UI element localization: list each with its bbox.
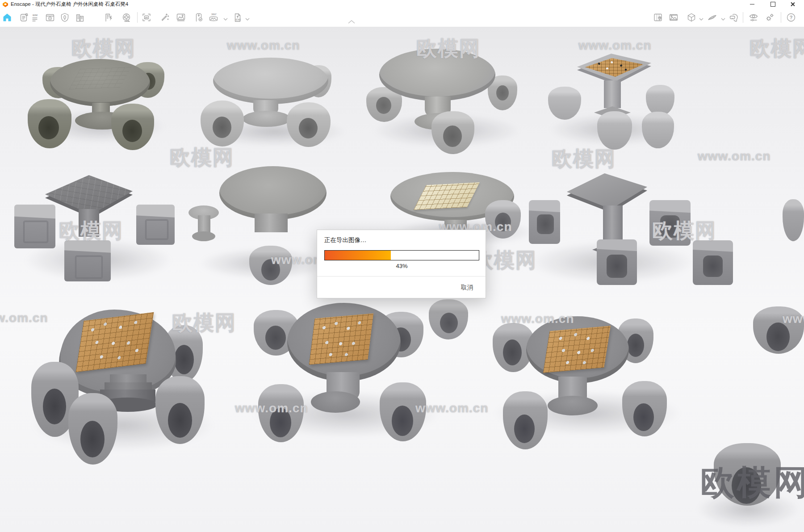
watermark-brand: 欧模网 (552, 145, 616, 173)
shield-quality-button[interactable] (58, 11, 71, 24)
image-icon (176, 12, 186, 23)
table-base (243, 111, 291, 127)
model-cube-button[interactable] (685, 11, 698, 24)
watermark-url: www.om.cn (698, 149, 771, 163)
table-pedestal (255, 214, 288, 232)
building-energy-button[interactable] (102, 11, 116, 24)
toolbar-separator (781, 12, 781, 23)
stool-hole (213, 117, 231, 138)
panorama-360-icon: 360° (208, 12, 219, 23)
panorama-gallery-button[interactable] (667, 11, 680, 24)
table-top (213, 58, 328, 104)
home-button[interactable] (0, 11, 14, 24)
stool-hole (443, 126, 462, 147)
stool-hole (537, 214, 554, 234)
wing-mode-button[interactable] (706, 11, 719, 24)
watermark-brand: 欧模网 (170, 144, 234, 172)
toolbar-separator (743, 12, 743, 23)
watermark-brand: 欧模网 (750, 35, 804, 63)
progress-fill (325, 251, 391, 260)
watermark-brand: 欧模网 (59, 217, 123, 245)
toolbar-collapse-button[interactable] (347, 19, 356, 25)
stool-motif (75, 256, 103, 279)
watermark-url: www.om.cn (235, 401, 308, 415)
close-button[interactable] (783, 0, 801, 8)
maximize-button[interactable] (764, 0, 782, 8)
map-pin-icon (653, 12, 663, 23)
chevron-down-icon[interactable] (245, 15, 250, 20)
exe-export-icon: EXE (232, 12, 243, 23)
building-flash-icon (104, 12, 114, 23)
table-pedestal (604, 80, 621, 108)
stool-motif (145, 219, 168, 240)
stool-hole (633, 403, 654, 431)
magic-enhance-button[interactable] (158, 11, 172, 24)
table-top (567, 173, 647, 209)
stool-hole (496, 85, 509, 101)
map-view-button[interactable] (651, 11, 665, 24)
magic-wand-icon (159, 12, 170, 23)
enscape-logo-icon (2, 1, 8, 8)
chevron-down-icon[interactable] (223, 15, 228, 20)
cube-icon (686, 12, 697, 23)
home-icon (2, 12, 13, 23)
stool (783, 199, 804, 241)
watermark-brand: 欧模网 (172, 309, 236, 337)
stool-hole (122, 120, 142, 142)
watermark-url-partial: www.om.cn (0, 311, 48, 325)
export-progress-dialog: 正在导出图像… 43% 取消 (317, 230, 486, 298)
svg-text:BIM: BIM (33, 14, 38, 17)
stool-base (192, 231, 215, 241)
stool (548, 87, 581, 120)
window-title: Enscape - 现代户外石桌椅 户外休闲桌椅 石桌石凳4 (11, 1, 128, 8)
stool-hole (38, 116, 59, 139)
render-image-button[interactable] (174, 11, 188, 24)
watermark-url-partial: www.om.cn (783, 312, 804, 326)
exe-export-button[interactable]: EXE (231, 11, 244, 24)
svg-text:360°: 360° (211, 13, 217, 16)
panorama-360-button[interactable]: 360° (207, 11, 220, 24)
stool-hole (514, 415, 535, 443)
building-button[interactable] (73, 11, 87, 24)
watermark-brand: 欧模网 (652, 217, 716, 245)
toolbar-separator (137, 12, 138, 23)
table-base (548, 396, 598, 415)
watermark-url: www.om.cn (227, 38, 300, 53)
svg-text:EXE: EXE (236, 18, 241, 21)
stool-hole (627, 334, 644, 357)
vr-headset-button[interactable] (727, 11, 741, 24)
progress-percent-label: 43% (324, 263, 479, 269)
visual-settings-button[interactable] (747, 11, 760, 24)
stool-hole (376, 97, 391, 114)
chevron-down-icon[interactable] (699, 15, 704, 20)
help-button[interactable]: ? (784, 11, 798, 24)
screenshot-button[interactable] (140, 11, 153, 24)
dialog-divider (317, 276, 486, 276)
batch-render-button[interactable] (192, 11, 205, 24)
vr-headset-icon (729, 12, 739, 23)
camera-view-icon (45, 12, 55, 23)
chevron-down-icon[interactable] (720, 15, 726, 20)
stool-hole (299, 118, 318, 138)
camera-view-button[interactable] (43, 11, 57, 24)
table-top (45, 175, 133, 214)
cancel-button[interactable]: 取消 (458, 282, 476, 293)
title-bar: Enscape - 现代户外石桌椅 户外休闲桌椅 石桌石凳4 (0, 0, 804, 8)
panorama-strip-icon (668, 12, 679, 23)
stool-hole (43, 389, 66, 424)
table-top (219, 166, 327, 220)
settings-button[interactable] (763, 11, 776, 24)
svg-text:?: ? (790, 15, 793, 20)
stool-hole (168, 403, 192, 438)
minimize-button[interactable] (743, 0, 761, 8)
video-editor-button[interactable] (120, 11, 133, 24)
bim-icon: BIM (30, 12, 41, 23)
wing-icon (707, 12, 718, 23)
progress-bar (324, 250, 479, 260)
stool-hole (392, 406, 413, 436)
watermark-url: www.om.cn (501, 312, 574, 326)
bim-button[interactable]: BIM (29, 11, 42, 24)
go-board (543, 326, 611, 373)
stool-motif (23, 221, 48, 243)
stool-hole (607, 255, 627, 278)
